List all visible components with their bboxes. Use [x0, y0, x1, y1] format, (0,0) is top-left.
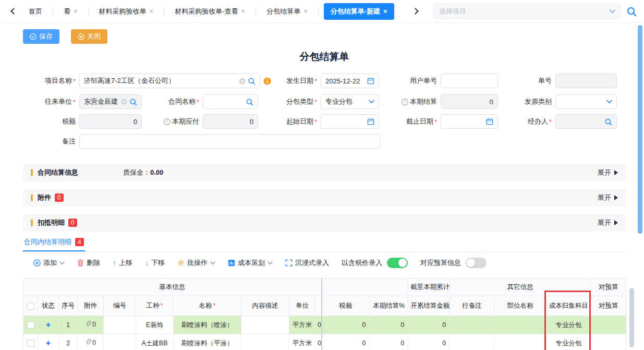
project-select-input[interactable]	[439, 7, 610, 15]
vs-budget-cell[interactable]	[591, 334, 626, 350]
remark-input[interactable]	[79, 134, 380, 149]
search-icon[interactable]	[626, 6, 637, 17]
section-attachments[interactable]: 附件 0 展开	[23, 189, 626, 206]
select-all-checkbox[interactable]	[27, 303, 34, 310]
section-contract-settlement-info[interactable]: 合同结算信息 质保金：0.00 展开	[23, 164, 626, 181]
col-unit: 单位	[289, 296, 315, 316]
project-select[interactable]	[433, 3, 621, 19]
calendar-icon[interactable]	[486, 118, 493, 125]
page-title: 分包结算单	[23, 50, 626, 64]
budget-info-toggle[interactable]	[466, 258, 487, 268]
tab-material-acceptance[interactable]: 材料采购验收单×	[94, 3, 159, 20]
expand-button[interactable]: 展开	[598, 168, 618, 177]
description-cell[interactable]	[241, 334, 289, 350]
add-row-icon[interactable]: +	[46, 339, 51, 347]
settlement-detail-table: 基本信息 截至本期累计 其它信息 对预算 状态 序号 附件 编号 工种* 名称*…	[23, 278, 626, 350]
add-button[interactable]: 添加	[33, 258, 65, 268]
paperclip-icon	[85, 321, 91, 328]
vs-budget-cell[interactable]	[591, 316, 626, 334]
start-date-input[interactable]	[321, 114, 379, 129]
cost-account-cell[interactable]: 专业分包	[546, 316, 591, 334]
attachment-cell[interactable]: 0	[78, 334, 104, 350]
tab-close-icon[interactable]: ×	[74, 7, 78, 15]
clear-icon[interactable]	[121, 99, 127, 105]
name-cell[interactable]: 刷喷涂料（喷涂）	[174, 316, 241, 334]
cost-account-cell[interactable]: 专业分包	[546, 334, 591, 350]
retention-value: 0.00	[150, 168, 163, 176]
immersive-entry-button[interactable]: 沉浸式录入	[285, 258, 329, 268]
contract-input[interactable]	[203, 94, 258, 109]
tab-material-acceptance-view[interactable]: 材料采购验收单-查看×	[169, 3, 250, 20]
tab-subcontract-settlement[interactable]: 分包结算单×	[261, 3, 313, 20]
chevron-down-icon[interactable]	[606, 100, 612, 104]
table-toolbar: 添加 删除 ↑ 上移 ↓ 下移 批操作 成本策划 沉浸式录入 以含税价录入 对应…	[23, 252, 626, 274]
close-button[interactable]: 关闭	[71, 29, 107, 44]
attachment-cell[interactable]: 0	[78, 316, 104, 334]
tabs-scroll-right-icon[interactable]	[412, 8, 419, 15]
expand-button[interactable]: 展开	[598, 193, 618, 202]
sub-type-select[interactable]: 专业分包	[321, 94, 379, 109]
search-icon[interactable]	[604, 118, 612, 126]
add-row-icon[interactable]: +	[46, 320, 51, 329]
settle-pct-cell[interactable]: 0	[370, 316, 408, 334]
column-header-row: 状态 序号 附件 编号 工种* 名称* 内容描述 单位 税额 本期结算% 开累结…	[23, 296, 626, 316]
counterparty-input[interactable]: 东营金辰建	[79, 94, 142, 109]
calendar-icon[interactable]	[367, 77, 374, 85]
move-up-button[interactable]: ↑ 上移	[113, 258, 132, 268]
calendar-icon[interactable]	[367, 118, 374, 125]
tabs-scroll-left-icon[interactable]	[10, 8, 17, 15]
row-checkbox[interactable]	[27, 340, 34, 347]
section-deduction-detail[interactable]: 扣抵明细 0 展开	[23, 214, 626, 231]
work-type-cell[interactable]: A土建BB	[136, 334, 174, 350]
field-doc-no: 单号	[497, 74, 617, 88]
clear-icon[interactable]	[239, 78, 246, 85]
end-date-input[interactable]	[441, 114, 498, 129]
cost-planning-button[interactable]: 成本策划	[228, 258, 273, 268]
project-name-input[interactable]: 济邹高速7-2工区（金石公司）	[79, 74, 260, 88]
delete-button[interactable]: 删除	[77, 258, 100, 268]
row-remark-cell[interactable]	[450, 334, 494, 350]
table-scrollbar-thumb[interactable]	[629, 288, 634, 347]
occur-date-input[interactable]: 2025-12-22	[321, 74, 379, 88]
tab-close-icon[interactable]: ×	[241, 7, 246, 15]
expand-button[interactable]: 展开	[598, 218, 618, 227]
row-remark-cell[interactable]	[450, 316, 494, 334]
description-cell[interactable]	[241, 316, 289, 334]
group-header-row: 基本信息 截至本期累计 其它信息 对预算	[23, 279, 626, 296]
tab-subcontract-settlement-new[interactable]: 分包结算单-新建×	[324, 3, 394, 20]
move-down-button[interactable]: ↓ 下移	[145, 258, 165, 268]
save-button[interactable]: 保存	[23, 29, 59, 44]
row-checkbox[interactable]	[27, 321, 34, 329]
tab-close-icon[interactable]: ×	[150, 7, 154, 15]
tab-close-icon[interactable]: ×	[303, 7, 308, 15]
handler-input[interactable]	[555, 114, 617, 129]
table-row[interactable]: + 1 0 E装饰 刷喷涂料（喷涂） 平方米 0 0 0 0 专业分包	[23, 316, 626, 334]
settle-pct-cell[interactable]: 0	[370, 334, 408, 350]
tax-included-toggle[interactable]	[387, 258, 408, 268]
paperclip-icon	[85, 339, 91, 346]
tab-close-icon[interactable]: ×	[383, 7, 387, 15]
chevron-down-icon[interactable]	[369, 100, 374, 104]
search-icon[interactable]	[248, 77, 256, 85]
table-row[interactable]: + 2 0 A土建BB 刷喷涂料（平涂） 平方米 0 0 0 0 专业分包	[23, 334, 626, 350]
code-cell[interactable]	[104, 316, 136, 334]
name-cell[interactable]: 刷喷涂料（平涂）	[174, 334, 241, 350]
tab-home[interactable]: 首页	[23, 3, 47, 20]
tab-view-truncated[interactable]: 看×	[58, 3, 83, 20]
batch-operation-button[interactable]: 批操作	[177, 258, 215, 268]
seq-cell: 2	[59, 334, 78, 350]
search-icon[interactable]	[129, 98, 137, 106]
invoice-type-select[interactable]	[555, 94, 617, 109]
user-no-input[interactable]	[441, 74, 498, 88]
part-name-cell[interactable]	[494, 316, 546, 334]
code-cell[interactable]	[104, 334, 136, 350]
tab-contract-settlement-detail[interactable]: 合同内结算明细 4	[23, 236, 85, 251]
search-icon[interactable]	[246, 98, 253, 106]
col-seq: 序号	[59, 296, 78, 316]
part-name-cell[interactable]	[494, 334, 546, 350]
page-scrollbar-thumb[interactable]	[638, 25, 642, 234]
field-period-settle: ? 本期结算 0	[382, 94, 498, 109]
chevron-down-icon[interactable]	[610, 9, 615, 14]
work-type-cell[interactable]: E装饰	[136, 316, 174, 334]
fullscreen-corners-icon	[285, 259, 293, 267]
